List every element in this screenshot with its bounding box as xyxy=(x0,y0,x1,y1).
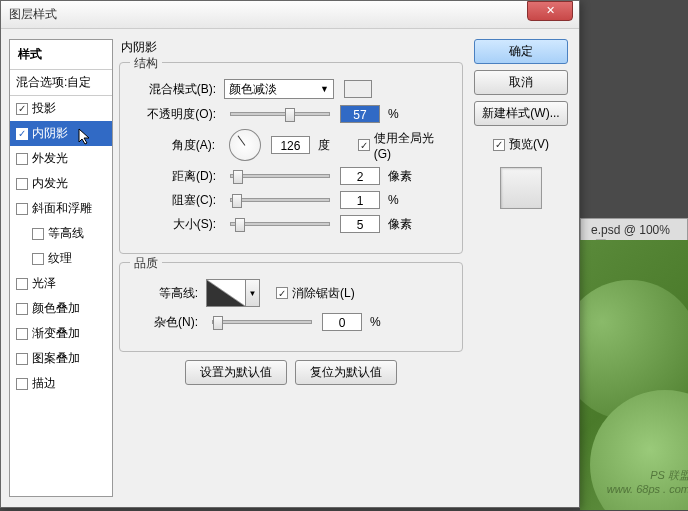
sidebar-item-label: 图案叠加 xyxy=(32,350,80,367)
angle-label: 角度(A): xyxy=(132,137,219,154)
blendmode-label: 混合模式(B): xyxy=(132,81,220,98)
size-label: 大小(S): xyxy=(132,216,220,233)
sidebar-item-11[interactable]: 描边 xyxy=(10,371,112,396)
noise-label: 杂色(N): xyxy=(132,314,202,331)
sidebar-item-label: 颜色叠加 xyxy=(32,300,80,317)
checkbox-icon[interactable] xyxy=(16,203,28,215)
sidebar-item-10[interactable]: 图案叠加 xyxy=(10,346,112,371)
sidebar-item-6[interactable]: 纹理 xyxy=(10,246,112,271)
new-style-button[interactable]: 新建样式(W)... xyxy=(474,101,568,126)
contour-label: 等高线: xyxy=(132,285,202,302)
checkbox-icon[interactable] xyxy=(32,228,44,240)
quality-fieldset: 品质 等高线: ▼ 消除锯齿(L) 杂色(N): xyxy=(119,262,463,352)
size-unit: 像素 xyxy=(388,216,418,233)
watermark: PS 联盟 www. 68ps . com xyxy=(607,468,688,495)
size-slider[interactable] xyxy=(230,222,330,226)
choke-slider[interactable] xyxy=(230,198,330,202)
sidebar-item-label: 斜面和浮雕 xyxy=(32,200,92,217)
sidebar-item-5[interactable]: 等高线 xyxy=(10,221,112,246)
structure-legend: 结构 xyxy=(130,55,162,72)
noise-unit: % xyxy=(370,315,400,329)
cancel-button[interactable]: 取消 xyxy=(474,70,568,95)
layer-style-dialog: 图层样式 ✕ 样式 混合选项:自定 投影内阴影外发光内发光斜面和浮雕等高线纹理光… xyxy=(0,0,580,508)
sidebar-item-label: 内发光 xyxy=(32,175,68,192)
contour-dropdown[interactable]: ▼ xyxy=(246,279,260,307)
blend-options-item[interactable]: 混合选项:自定 xyxy=(10,70,112,96)
quality-legend: 品质 xyxy=(130,255,162,272)
choke-input[interactable]: 1 xyxy=(340,191,380,209)
color-swatch[interactable] xyxy=(344,80,372,98)
sidebar-item-3[interactable]: 内发光 xyxy=(10,171,112,196)
sidebar-item-0[interactable]: 投影 xyxy=(10,96,112,121)
sidebar-item-label: 渐变叠加 xyxy=(32,325,80,342)
dialog-title: 图层样式 xyxy=(9,6,527,23)
sidebar-item-2[interactable]: 外发光 xyxy=(10,146,112,171)
checkbox-icon[interactable] xyxy=(16,128,28,140)
distance-slider[interactable] xyxy=(230,174,330,178)
sidebar-item-label: 描边 xyxy=(32,375,56,392)
panel-title: 内阴影 xyxy=(119,39,463,56)
sidebar-item-7[interactable]: 光泽 xyxy=(10,271,112,296)
checkbox-icon[interactable] xyxy=(16,178,28,190)
sidebar-item-9[interactable]: 渐变叠加 xyxy=(10,321,112,346)
sidebar-item-1[interactable]: 内阴影 xyxy=(10,121,112,146)
noise-input[interactable]: 0 xyxy=(322,313,362,331)
close-button[interactable]: ✕ xyxy=(527,1,573,21)
size-input[interactable]: 5 xyxy=(340,215,380,233)
opacity-slider[interactable] xyxy=(230,112,330,116)
sidebar-item-4[interactable]: 斜面和浮雕 xyxy=(10,196,112,221)
sidebar-item-label: 外发光 xyxy=(32,150,68,167)
opacity-label: 不透明度(O): xyxy=(132,106,220,123)
global-light-checkbox[interactable]: 使用全局光(G) xyxy=(358,130,450,161)
preview-swatch xyxy=(500,167,542,209)
blendmode-select[interactable]: 颜色减淡▼ xyxy=(224,79,334,99)
sidebar-item-8[interactable]: 颜色叠加 xyxy=(10,296,112,321)
sidebar-item-label: 投影 xyxy=(32,100,56,117)
styles-sidebar: 样式 混合选项:自定 投影内阴影外发光内发光斜面和浮雕等高线纹理光泽颜色叠加渐变… xyxy=(9,39,113,497)
titlebar: 图层样式 ✕ xyxy=(1,1,579,29)
checkbox-icon[interactable] xyxy=(16,328,28,340)
set-default-button[interactable]: 设置为默认值 xyxy=(185,360,287,385)
opacity-unit: % xyxy=(388,107,418,121)
sidebar-item-label: 纹理 xyxy=(48,250,72,267)
checkbox-icon[interactable] xyxy=(16,153,28,165)
structure-fieldset: 结构 混合模式(B): 颜色减淡▼ 不透明度(O): 57 % xyxy=(119,62,463,254)
angle-unit: 度 xyxy=(318,137,348,154)
angle-dial[interactable] xyxy=(229,129,261,161)
opacity-input[interactable]: 57 xyxy=(340,105,380,123)
choke-unit: % xyxy=(388,193,418,207)
checkbox-icon[interactable] xyxy=(16,103,28,115)
distance-unit: 像素 xyxy=(388,168,418,185)
distance-input[interactable]: 2 xyxy=(340,167,380,185)
checkbox-icon[interactable] xyxy=(32,253,44,265)
sidebar-item-label: 光泽 xyxy=(32,275,56,292)
sidebar-item-label: 等高线 xyxy=(48,225,84,242)
antialias-checkbox[interactable]: 消除锯齿(L) xyxy=(276,285,355,302)
chevron-down-icon: ▼ xyxy=(320,84,329,94)
sidebar-item-label: 内阴影 xyxy=(32,125,68,142)
checkbox-icon[interactable] xyxy=(16,378,28,390)
checkbox-icon[interactable] xyxy=(16,353,28,365)
preview-checkbox[interactable]: 预览(V) xyxy=(493,136,549,153)
angle-input[interactable]: 126 xyxy=(271,136,311,154)
noise-slider[interactable] xyxy=(212,320,312,324)
choke-label: 阻塞(C): xyxy=(132,192,220,209)
ok-button[interactable]: 确定 xyxy=(474,39,568,64)
checkbox-icon[interactable] xyxy=(16,278,28,290)
checkbox-icon[interactable] xyxy=(16,303,28,315)
canvas-image: PS 联盟 www. 68ps . com xyxy=(580,240,688,510)
distance-label: 距离(D): xyxy=(132,168,220,185)
reset-default-button[interactable]: 复位为默认值 xyxy=(295,360,397,385)
sidebar-header: 样式 xyxy=(10,40,112,70)
contour-picker[interactable] xyxy=(206,279,246,307)
